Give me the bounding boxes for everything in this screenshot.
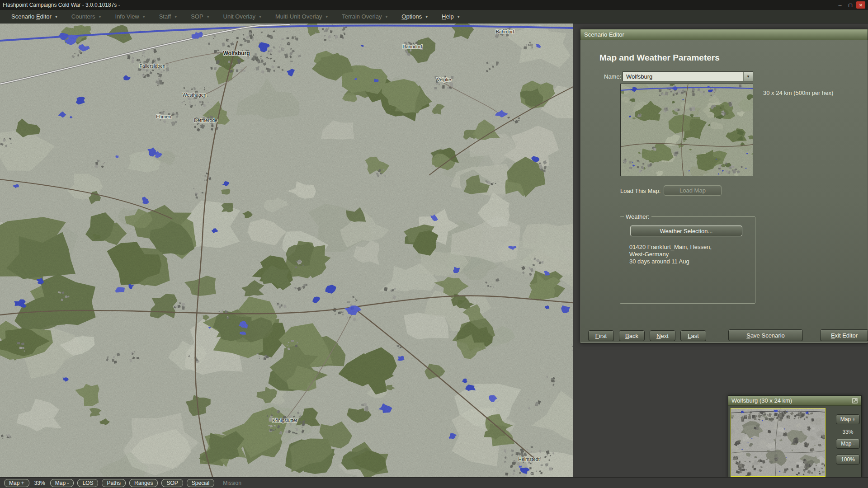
first-button[interactable]: First — [588, 330, 614, 341]
map-town-label: Detmerode — [194, 117, 217, 123]
map-town-label: Bahrdorf — [496, 29, 514, 34]
menu-label: Counters — [71, 13, 95, 20]
weather-info-line: 01420 Frankfurt_Main, Hessen, — [629, 244, 712, 251]
toolbar-special-button[interactable]: Special — [187, 479, 214, 487]
menu-scenario-editor[interactable]: Scenario Editor▼ — [5, 11, 65, 22]
menu-label: SOP — [191, 13, 203, 20]
title-bar: Flashpoint Campaigns Cold War - 3.0.0.10… — [0, 0, 868, 10]
panel-title: Scenario Editor — [584, 31, 624, 38]
map-size-text: 30 x 24 km (500m per hex) — [763, 89, 833, 96]
minimap-title: Wolfsburg (30 x 24 km) — [731, 397, 852, 404]
menu-label: Info View — [115, 13, 139, 20]
minimap-full-zoom-button[interactable]: 100% — [836, 455, 860, 465]
minimize-icon[interactable]: ─ — [835, 1, 844, 9]
minimap-zoom-out-button[interactable]: Map - — [836, 439, 860, 449]
map-name-value: Wolfsburg — [623, 73, 743, 80]
chevron-down-icon: ▼ — [207, 15, 210, 19]
menu-bar: Scenario Editor▼Counters▼Info View▼Staff… — [0, 10, 868, 23]
minimap-expand-icon[interactable] — [852, 398, 858, 404]
menu-label: Scenario Editor — [11, 13, 52, 20]
toolbar-paths-button[interactable]: Paths — [102, 479, 126, 487]
map-name-label: Name: — [604, 73, 621, 80]
close-icon[interactable]: ✕ — [856, 1, 865, 9]
map-town-label: Helmstedt — [518, 456, 539, 462]
toolbar-sop-button[interactable]: SOP — [161, 479, 183, 487]
menu-info-view: Info View▼ — [108, 11, 152, 22]
next-button[interactable]: Next — [650, 330, 675, 341]
weather-group: Weather: Weather Selection... 01420 Fran… — [620, 213, 755, 304]
load-map-button[interactable]: Load Map — [664, 185, 722, 196]
chevron-down-icon: ▼ — [174, 15, 177, 19]
panel-title-bar: Scenario Editor — [580, 29, 868, 40]
map-town-label: Wolfsburg — [223, 50, 250, 56]
menu-label: Multi-Unit Overlay — [275, 13, 322, 20]
save-scenario-button[interactable]: Save Scenario — [728, 329, 803, 341]
menu-label: Options — [401, 13, 422, 20]
window-title: Flashpoint Campaigns Cold War - 3.0.0.10… — [3, 2, 834, 8]
chevron-down-icon: ▼ — [385, 15, 388, 19]
map-town-label: Königslutter — [272, 418, 297, 423]
chevron-down-icon: ▼ — [55, 15, 58, 19]
last-button[interactable]: Last — [680, 330, 706, 341]
toolbar-map--button[interactable]: Map - — [50, 479, 74, 487]
menu-label: Unit Overlay — [223, 13, 256, 20]
menu-label: Terrain Overlay — [342, 13, 382, 20]
chevron-down-icon: ▼ — [259, 15, 262, 19]
minimap-window: Wolfsburg (30 x 24 km) Map + 33% Map - 1… — [728, 395, 862, 479]
page-title: Map and Weather Parameters — [599, 53, 720, 63]
scenario-editor-panel: Scenario Editor Map and Weather Paramete… — [580, 29, 868, 343]
toolbar-zoom-level: 33% — [33, 480, 47, 486]
toolbar-los-button[interactable]: LOS — [77, 479, 98, 487]
minimap-title-bar[interactable]: Wolfsburg (30 x 24 km) — [728, 396, 861, 406]
minimap-zoom-level: 33% — [836, 429, 860, 435]
map-town-label: Ehmen — [156, 114, 171, 119]
chevron-down-icon: ▼ — [142, 15, 146, 19]
menu-options[interactable]: Options▼ — [395, 11, 435, 22]
maximize-icon[interactable]: ▢ — [846, 1, 855, 9]
menu-multi-unit-overlay: Multi-Unit Overlay▼ — [269, 11, 335, 22]
weather-info-line: 30 days around 11 Aug — [629, 258, 712, 265]
bottom-toolbar: Map +33%Map -LOSPathsRangesSOPSpecialMis… — [0, 477, 868, 488]
menu-counters: Counters▼ — [65, 11, 108, 22]
back-button[interactable]: Back — [619, 330, 645, 341]
application-window: Flashpoint Campaigns Cold War - 3.0.0.10… — [0, 0, 868, 488]
map-area[interactable]: WolfsburgFallerslebenWesthagenDetmerodeE… — [0, 23, 573, 477]
load-map-label: Load This Map: — [620, 188, 660, 194]
toolbar-map--button[interactable]: Map + — [4, 479, 29, 487]
weather-info: 01420 Frankfurt_Main, Hessen, West-Germa… — [629, 244, 712, 265]
wizard-nav-buttons: FirstBackNextLast — [588, 330, 706, 341]
minimap-thumbnail[interactable] — [731, 408, 826, 477]
weather-info-line: West-Germany — [629, 251, 712, 258]
minimap-zoom-in-button[interactable]: Map + — [836, 414, 860, 424]
chevron-down-icon: ▼ — [457, 15, 460, 19]
menu-staff: Staff▼ — [152, 11, 184, 22]
menu-help[interactable]: Help▼ — [435, 11, 467, 22]
menu-label: Staff — [159, 13, 171, 20]
map-town-label: Westhagen — [183, 92, 207, 98]
menu-terrain-overlay: Terrain Overlay▼ — [335, 11, 395, 22]
weather-group-label: Weather: — [624, 213, 651, 220]
exit-editor-button[interactable]: Exit Editor — [820, 329, 868, 341]
chevron-down-icon: ▼ — [425, 15, 428, 19]
toolbar-mission-button: Mission — [218, 479, 246, 487]
weather-selection-button[interactable]: Weather Selection... — [630, 225, 742, 236]
toolbar-ranges-button[interactable]: Ranges — [129, 479, 158, 487]
map-town-label: Danndorf — [402, 44, 422, 49]
chevron-down-icon: ▼ — [99, 15, 102, 19]
menu-sop: SOP▼ — [184, 11, 216, 22]
map-preview-image — [620, 84, 753, 176]
chevron-down-icon: ▼ — [325, 15, 328, 19]
main-map-canvas[interactable]: WolfsburgFallerslebenWesthagenDetmerodeE… — [0, 23, 573, 477]
map-town-label: Velpke — [437, 77, 451, 82]
chevron-down-icon[interactable]: ▼ — [743, 72, 753, 81]
map-name-select[interactable]: Wolfsburg ▼ — [623, 71, 753, 81]
menu-label: Help — [442, 13, 454, 20]
map-town-label: Fallersleben — [139, 63, 165, 69]
menu-unit-overlay: Unit Overlay▼ — [217, 11, 269, 22]
